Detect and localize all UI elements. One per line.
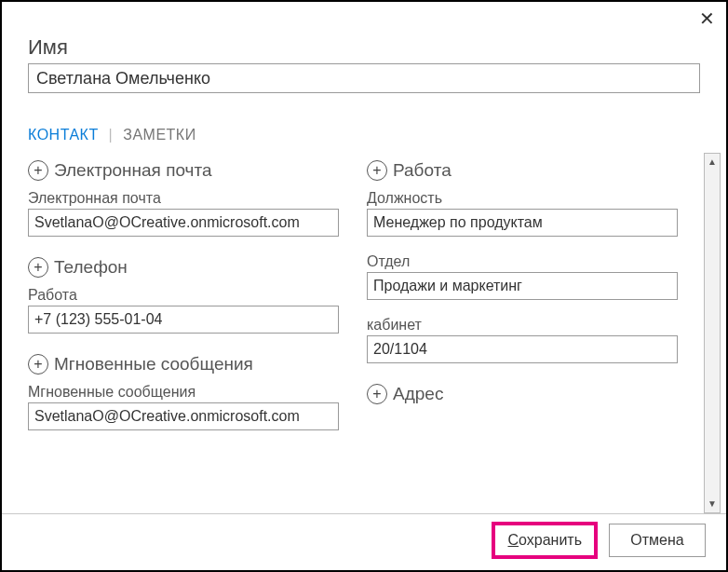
- save-button[interactable]: Сохранить: [493, 524, 596, 557]
- close-icon[interactable]: ✕: [696, 7, 717, 30]
- tab-separator: |: [109, 127, 114, 143]
- work-section-title: Работа: [393, 160, 452, 181]
- scroll-down-icon[interactable]: ▼: [705, 496, 720, 512]
- left-column: + Электронная почта Электронная почта + …: [28, 153, 339, 513]
- header: Имя: [2, 30, 726, 110]
- tab-bar: КОНТАКТ | ЗАМЕТКИ: [2, 110, 726, 153]
- address-section-header: + Адрес: [367, 384, 678, 404]
- email-field-label: Электронная почта: [28, 190, 339, 207]
- work-section-header: + Работа: [367, 160, 678, 181]
- scroll-up-icon[interactable]: ▲: [705, 154, 720, 170]
- vertical-scrollbar[interactable]: ▲ ▼: [704, 153, 721, 513]
- address-section-title: Адрес: [393, 384, 443, 404]
- phone-field-label: Работа: [28, 287, 339, 304]
- job-title-input[interactable]: [367, 209, 678, 237]
- plus-icon[interactable]: +: [367, 384, 387, 404]
- cancel-button[interactable]: Отмена: [609, 524, 706, 557]
- content-area: + Электронная почта Электронная почта + …: [2, 153, 726, 513]
- im-field-label: Мгновенные сообщения: [28, 384, 339, 401]
- office-input[interactable]: [367, 335, 678, 363]
- email-input[interactable]: [28, 209, 339, 237]
- plus-icon[interactable]: +: [28, 160, 48, 181]
- name-input[interactable]: [28, 63, 700, 93]
- right-column: + Работа Должность Отдел кабинет + Адрес: [367, 153, 678, 513]
- plus-icon[interactable]: +: [367, 160, 387, 181]
- im-section-header: + Мгновенные сообщения: [28, 354, 339, 375]
- department-label: Отдел: [367, 253, 678, 270]
- footer: Сохранить Отмена: [2, 513, 726, 570]
- name-label: Имя: [28, 35, 700, 60]
- job-title-label: Должность: [367, 190, 678, 207]
- department-input[interactable]: [367, 272, 678, 300]
- email-section-header: + Электронная почта: [28, 160, 339, 181]
- im-input[interactable]: [28, 402, 339, 430]
- titlebar: ✕: [2, 2, 726, 30]
- im-section-title: Мгновенные сообщения: [54, 354, 253, 375]
- phone-section-header: + Телефон: [28, 257, 339, 278]
- phone-section-title: Телефон: [54, 257, 128, 278]
- contact-edit-window: ✕ Имя КОНТАКТ | ЗАМЕТКИ + Электронная по…: [2, 2, 726, 570]
- email-section-title: Электронная почта: [54, 160, 212, 181]
- tab-contact[interactable]: КОНТАКТ: [28, 127, 99, 143]
- plus-icon[interactable]: +: [28, 257, 48, 278]
- office-label: кабинет: [367, 317, 678, 334]
- tab-notes[interactable]: ЗАМЕТКИ: [123, 127, 195, 143]
- phone-input[interactable]: [28, 306, 339, 334]
- plus-icon[interactable]: +: [28, 354, 48, 375]
